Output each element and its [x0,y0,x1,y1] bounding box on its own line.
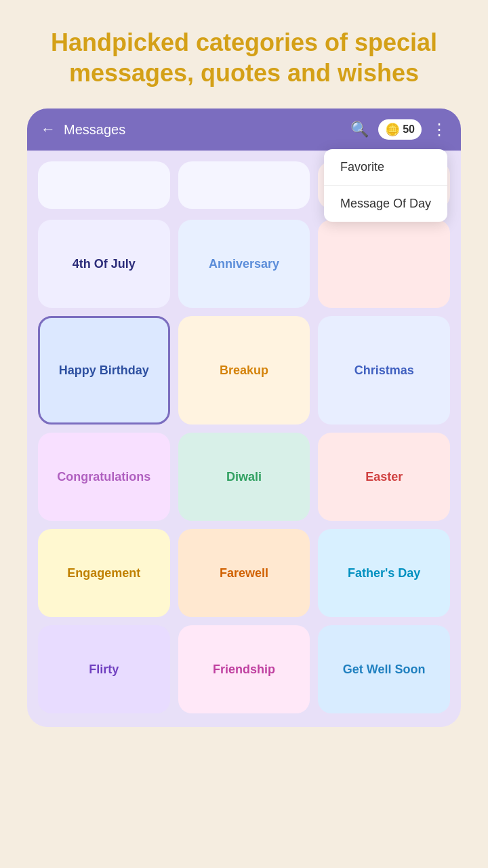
more-menu-button[interactable]: ⋮ [431,120,447,139]
coins-count: 50 [403,123,415,136]
category-happy-birthday[interactable]: Happy Birthday [38,316,170,425]
partial-card-2 [178,161,310,209]
search-icon[interactable]: 🔍 [350,121,369,138]
app-header: ← Messages 🔍 🪙 50 ⋮ Favorite Message Of … [27,108,461,151]
partial-card-1 [38,161,170,209]
app-card: ← Messages 🔍 🪙 50 ⋮ Favorite Message Of … [27,108,461,727]
category-congratulations[interactable]: Congratulations [38,433,170,521]
header-left: ← Messages [41,121,125,138]
page-heading: Handpicked categories of special message… [0,0,488,102]
category-fathers-day[interactable]: Father's Day [318,529,450,617]
category-farewell[interactable]: Farewell [178,529,310,617]
app-title: Messages [64,122,125,138]
category-diwali[interactable]: Diwali [178,433,310,521]
dropdown-item-favorite[interactable]: Favorite [324,149,447,186]
category-easter[interactable]: Easter [318,433,450,521]
category-4th-of-july[interactable]: 4th Of July [38,220,170,308]
category-flirty[interactable]: Flirty [38,625,170,713]
category-christmas[interactable]: Christmas [318,316,450,425]
category-engagement[interactable]: Engagement [38,529,170,617]
category-friendship[interactable]: Friendship [178,625,310,713]
categories-grid: 4th Of July Anniversary Happy Birthday B… [27,209,461,713]
back-button[interactable]: ← [41,121,56,138]
header-right: 🔍 🪙 50 ⋮ [350,119,447,140]
category-get-well-soon[interactable]: Get Well Soon [318,625,450,713]
category-breakup[interactable]: Breakup [178,316,310,425]
category-anniversary[interactable]: Anniversary [178,220,310,308]
dropdown-menu: Favorite Message Of Day [324,149,447,222]
dropdown-item-message-of-day[interactable]: Message Of Day [324,186,447,222]
category-partial-pink [318,220,450,308]
coins-icon: 🪙 [385,122,400,137]
coins-badge: 🪙 50 [378,119,422,140]
